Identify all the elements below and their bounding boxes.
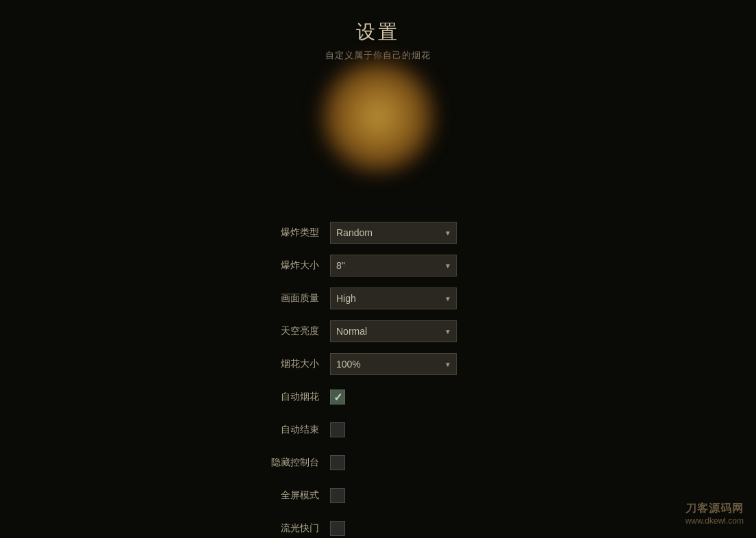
shutter-label: 流光快门: [248, 522, 330, 535]
auto-firework-row: 自动烟花: [248, 383, 508, 411]
image-quality-wrapper: Low Medium High Ultra: [330, 287, 457, 309]
firework-size-wrapper: 50% 75% 100% 125% 150%: [330, 353, 457, 375]
page-title: 设置: [325, 19, 431, 45]
sky-brightness-select[interactable]: Dark Normal Bright: [330, 320, 457, 342]
auto-end-checkbox[interactable]: [330, 422, 345, 437]
explosion-type-label: 爆炸类型: [248, 227, 330, 239]
watermark: 刀客源码网 www.dkewl.com: [685, 502, 744, 526]
image-quality-select[interactable]: Low Medium High Ultra: [330, 287, 457, 309]
hide-console-label: 隐藏控制台: [248, 457, 330, 469]
auto-firework-checkbox[interactable]: [330, 389, 345, 405]
explosion-type-select[interactable]: Random Circle Star Ring: [330, 222, 457, 244]
settings-container: 设置 自定义属于你自己的烟花 爆炸类型 Random Circle Star R…: [0, 0, 756, 538]
watermark-line1: 刀客源码网: [685, 502, 744, 516]
fullscreen-checkbox[interactable]: [330, 488, 345, 503]
firework-size-select[interactable]: 50% 75% 100% 125% 150%: [330, 353, 457, 375]
auto-end-label: 自动结束: [248, 424, 330, 436]
image-quality-label: 画面质量: [248, 292, 330, 305]
fullscreen-label: 全屏模式: [248, 489, 330, 502]
fullscreen-row: 全屏模式: [248, 482, 508, 509]
sky-brightness-row: 天空亮度 Dark Normal Bright: [248, 318, 508, 345]
explosion-size-row: 爆炸大小 4" 6" 8" 10" 12": [248, 252, 508, 279]
hide-console-row: 隐藏控制台: [248, 449, 508, 476]
explosion-type-row: 爆炸类型 Random Circle Star Ring: [248, 219, 508, 246]
watermark-line2: www.dkewl.com: [685, 516, 744, 526]
explosion-size-select[interactable]: 4" 6" 8" 10" 12": [330, 255, 457, 277]
firework-preview: [316, 55, 440, 178]
firework-size-label: 烟花大小: [248, 358, 330, 370]
explosion-size-label: 爆炸大小: [248, 259, 330, 272]
explosion-type-wrapper: Random Circle Star Ring: [330, 222, 457, 244]
auto-end-row: 自动结束: [248, 416, 508, 444]
hide-console-checkbox[interactable]: [330, 455, 345, 470]
sky-brightness-label: 天空亮度: [248, 325, 330, 337]
shutter-row: 流光快门: [248, 515, 508, 538]
explosion-size-wrapper: 4" 6" 8" 10" 12": [330, 255, 457, 277]
auto-firework-label: 自动烟花: [248, 391, 330, 403]
shutter-checkbox[interactable]: [330, 521, 345, 536]
settings-form: 爆炸类型 Random Circle Star Ring 爆炸大小 4" 6" …: [248, 219, 508, 538]
image-quality-row: 画面质量 Low Medium High Ultra: [248, 285, 508, 312]
sky-brightness-wrapper: Dark Normal Bright: [330, 320, 457, 342]
firework-size-row: 烟花大小 50% 75% 100% 125% 150%: [248, 350, 508, 378]
